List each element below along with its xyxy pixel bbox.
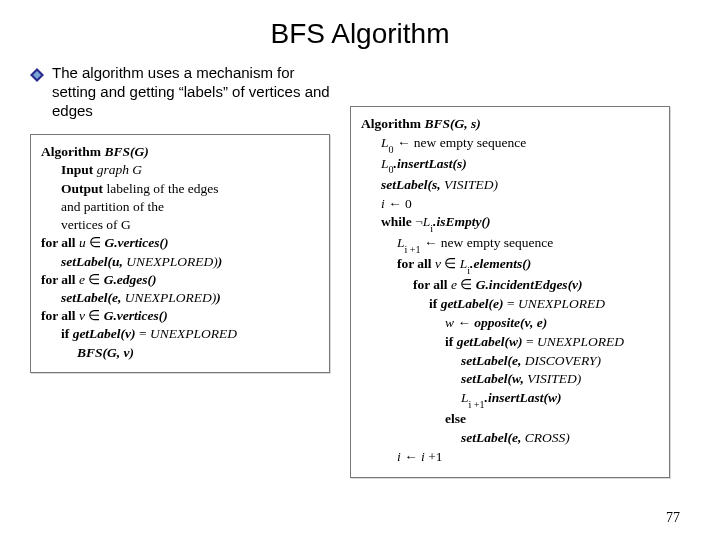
keyword-algorithm: Algorithm — [41, 144, 101, 159]
r13: setLabel(w, VISITED) — [361, 370, 659, 389]
var: w — [445, 315, 454, 330]
keyword-forall: for all — [41, 235, 79, 250]
algo-output-text1: labeling of the edges — [103, 181, 218, 196]
algo-l7: BFS(G, v) — [41, 344, 319, 362]
r7: for all v ∈ Li.elements() — [361, 255, 659, 276]
call: G.vertices() — [101, 235, 168, 250]
r14: Li +1.insertLast(w) — [361, 389, 659, 410]
call: getLabel(v) — [73, 326, 136, 341]
algo-name: BFS — [104, 144, 130, 159]
slide-number: 77 — [666, 510, 680, 526]
algo-args: (G) — [130, 144, 149, 159]
call: .isEmpty() — [433, 214, 490, 229]
algorithm-left-box: Algorithm BFS(G) Input graph G Output la… — [30, 134, 330, 373]
var: e — [79, 272, 88, 287]
algo-input-text: graph G — [93, 162, 142, 177]
var: e — [451, 277, 460, 292]
algo-l2: setLabel(u, UNEXPLORED)) — [41, 253, 319, 271]
call: setLabel(s, — [381, 177, 441, 192]
var: L — [456, 256, 467, 271]
slide: BFS Algorithm The algorithm uses a mecha… — [0, 0, 720, 540]
r4: i ← 0 — [361, 195, 659, 214]
keyword-if: if — [61, 326, 73, 341]
const: UNEXPLORED) — [123, 254, 218, 269]
call: .insertLast(s) — [394, 156, 467, 171]
algo-l5: for all v ∈ G.vertices() — [41, 307, 319, 325]
r5: while ¬Li.isEmpty() — [361, 213, 659, 234]
symbol-in: ∈ — [444, 256, 456, 271]
call: getLabel(e) — [441, 296, 504, 311]
r9: if getLabel(e) = UNEXPLORED — [361, 295, 659, 314]
var: L — [381, 156, 389, 171]
call: setLabel(e, — [61, 290, 121, 305]
const: DISCOVERY) — [521, 353, 601, 368]
symbol-in: ∈ — [460, 277, 472, 292]
keyword-algorithm: Algorithm — [361, 116, 421, 131]
algo-l3: for all e ∈ G.edges() — [41, 271, 319, 289]
left-column: The algorithm uses a mechanism for setti… — [30, 64, 330, 478]
call: BFS(G, v) — [77, 345, 134, 360]
r6: Li +1 ← new empty sequence — [361, 234, 659, 255]
var: L — [381, 135, 389, 150]
r11: if getLabel(w) = UNEXPLORED — [361, 333, 659, 352]
algo-l4: setLabel(e, UNEXPLORED)) — [41, 289, 319, 307]
sub: 0 — [389, 164, 394, 175]
call: G.incidentEdges(v) — [472, 277, 582, 292]
r15: else — [361, 410, 659, 429]
call: getLabel(w) — [457, 334, 523, 349]
sub: 0 — [389, 144, 394, 155]
algo-output: Output labeling of the edges — [41, 180, 319, 198]
call: .elements() — [470, 256, 531, 271]
algo-header-r: Algorithm BFS(G, s) — [361, 115, 659, 134]
keyword-if: if — [429, 296, 441, 311]
symbol-assign: ← — [401, 449, 421, 464]
right-column: Algorithm BFS(G, s) L0 ← new empty seque… — [350, 64, 670, 478]
r10: w ← opposite(v, e) — [361, 314, 659, 333]
r3: setLabel(s, VISITED) — [361, 176, 659, 195]
text: +1 — [425, 449, 443, 464]
call: setLabel(u, — [61, 254, 123, 269]
r2: L0.insertLast(s) — [361, 155, 659, 176]
const: CROSS) — [521, 430, 569, 445]
const: VISITED) — [524, 371, 581, 386]
const: UNEXPLORED) — [121, 290, 216, 305]
algo-header: Algorithm BFS(G) — [41, 143, 319, 161]
sub: i — [467, 265, 470, 276]
r12: setLabel(e, DISCOVERY) — [361, 352, 659, 371]
symbol-eq: = — [504, 296, 518, 311]
r8: for all e ∈ G.incidentEdges(v) — [361, 276, 659, 295]
symbol-eq: = — [136, 326, 150, 341]
algo-l6: if getLabel(v) = UNEXPLORED — [41, 325, 319, 343]
keyword-forall: for all — [41, 272, 79, 287]
keyword-input: Input — [61, 162, 93, 177]
keyword-forall: for all — [413, 277, 451, 292]
var: u — [79, 235, 89, 250]
var: v — [79, 308, 88, 323]
keyword-while: while — [381, 214, 415, 229]
sub: i +1 — [405, 244, 421, 255]
bullet-item: The algorithm uses a mechanism for setti… — [30, 64, 330, 120]
algo-input: Input graph G — [41, 161, 319, 179]
const: UNEXPLORED — [518, 296, 605, 311]
slide-title: BFS Algorithm — [30, 18, 690, 50]
text: ← new empty sequence — [421, 235, 554, 250]
sub: i +1 — [469, 399, 485, 410]
algo-l1: for all u ∈ G.vertices() — [41, 234, 319, 252]
symbol-in: ∈ — [88, 308, 100, 323]
r1: L0 ← new empty sequence — [361, 134, 659, 155]
symbol-neg: ¬ — [415, 214, 423, 229]
const: UNEXPLORED — [150, 326, 237, 341]
algo-output3: vertices of G — [41, 216, 319, 234]
algo-name: BFS — [424, 116, 450, 131]
keyword-forall: for all — [397, 256, 435, 271]
content-columns: The algorithm uses a mechanism for setti… — [30, 64, 690, 478]
symbol-assign: ← — [454, 315, 474, 330]
keyword-output: Output — [61, 181, 103, 196]
text: ← 0 — [385, 196, 412, 211]
keyword-else: else — [445, 411, 466, 426]
keyword-forall: for all — [41, 308, 79, 323]
call: .insertLast(w) — [485, 390, 562, 405]
symbol-eq: = — [523, 334, 537, 349]
keyword-if: if — [445, 334, 457, 349]
call: opposite(v, e) — [474, 315, 547, 330]
